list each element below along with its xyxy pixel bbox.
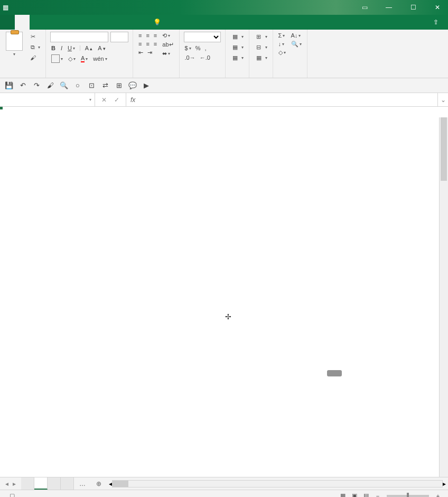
formula-input[interactable] [139,93,437,106]
share-button[interactable]: ⇪ [426,15,448,30]
merge-button[interactable]: ⬌▾ [161,50,174,58]
tab-home[interactable] [15,15,30,30]
align-top-button[interactable]: ≡ [137,32,143,39]
align-bottom-button[interactable]: ≡ [153,32,158,39]
sheet-nav-next-icon[interactable]: ▸ [13,480,16,487]
copy-button[interactable]: ⧉▾ [27,42,41,52]
font-name-combo[interactable] [50,32,108,42]
decrease-decimal-button[interactable]: ←.0 [199,54,211,61]
tab-data[interactable] [59,15,74,30]
autosum-button[interactable]: Σ▾ [277,32,287,39]
format-painter-button[interactable]: 🖌 [27,53,41,62]
view-normal-icon[interactable]: ▦ [337,492,349,497]
confirm-formula-icon[interactable]: ✓ [114,96,119,104]
insert-cells-button[interactable]: ⊞▾ [254,32,268,41]
sheet-tab-4[interactable] [61,477,74,490]
qat-macro-icon[interactable]: ▶ [142,81,151,90]
comma-button[interactable]: , [203,44,207,52]
conditional-format-button[interactable]: ▦▾ [230,32,245,41]
shrink-font-button[interactable]: A▾ [97,44,106,52]
decrease-indent-button[interactable]: ⇤ [137,49,144,57]
increase-decimal-button[interactable]: .0→ [184,54,197,61]
zoom-out-icon[interactable]: − [372,493,384,498]
underline-button[interactable]: U▾ [67,44,76,52]
qat-comment-icon[interactable]: 💬 [128,81,137,90]
orientation-button[interactable]: ⟲▾ [161,32,174,40]
horizontal-scrollbar[interactable]: ◂ ▸ [107,477,448,490]
expand-formula-icon[interactable]: ⌄ [437,93,448,106]
sheet-tab-3[interactable] [48,477,61,490]
sheet-tab-2[interactable] [34,477,48,490]
paste-button[interactable]: ▾ [4,32,24,75]
percent-button[interactable]: % [194,44,202,52]
name-box-input[interactable] [3,96,91,104]
wrap-text-button[interactable]: ab↵ [161,41,174,49]
borders-button[interactable]: ▾ [50,54,64,63]
italic-button[interactable]: I [60,44,63,52]
format-as-table-button[interactable]: ▦▾ [230,42,245,52]
vertical-scrollbar[interactable] [439,117,448,477]
add-sheet-button[interactable]: ⊕ [91,477,107,490]
redo-icon[interactable]: ↷ [32,81,41,90]
group-clipboard-label [4,75,41,76]
align-middle-button[interactable]: ≡ [145,32,150,39]
scroll-right-icon[interactable]: ▸ [443,480,446,487]
view-layout-icon[interactable]: ▣ [349,492,360,497]
align-left-button[interactable]: ≡ [137,40,143,48]
fx-label[interactable]: fx [126,93,139,106]
cut-button[interactable]: ✂ [27,32,41,41]
minimize-icon[interactable]: — [378,0,399,15]
tell-me[interactable]: 💡 [148,15,170,30]
hscroll-thumb[interactable] [113,481,128,487]
maximize-icon[interactable]: ☐ [403,0,424,15]
save-icon[interactable]: 💾 [4,81,14,90]
zoom-slider[interactable] [387,495,429,497]
close-icon[interactable]: ✕ [427,0,448,15]
grow-font-button[interactable]: A▴ [84,44,94,52]
fill-button[interactable]: ↓▾ [277,40,287,48]
zoom-in-icon[interactable]: + [432,493,444,498]
sheet-dots[interactable]: … [74,477,91,490]
bold-button[interactable]: B [50,44,57,52]
sheet-tab-1[interactable] [21,477,34,490]
qat-split-icon[interactable]: ⊞ [114,81,124,90]
name-box[interactable]: ▾ [0,93,95,106]
macro-record-icon[interactable]: ▢ [10,492,15,497]
undo-icon[interactable]: ↶ [18,81,27,90]
sort-filter-button[interactable]: A↓▾ [290,32,303,39]
qat-brush-icon[interactable]: 🖌 [45,81,55,90]
ribbon-display-icon[interactable]: ▭ [354,0,375,15]
qat-sort-icon[interactable]: ⊡ [87,81,96,90]
number-format-combo[interactable] [184,32,221,42]
qat-freeze-icon[interactable]: ⇄ [100,81,110,90]
align-center-button[interactable]: ≡ [145,40,150,48]
view-pagebreak-icon[interactable]: ▤ [360,492,372,497]
align-right-button[interactable]: ≡ [153,40,158,48]
cancel-formula-icon[interactable]: ✕ [101,96,107,104]
tab-insert[interactable] [30,15,44,30]
qat-circle-icon[interactable]: ○ [73,81,82,90]
fill-color-button[interactable]: ◇▾ [67,54,77,63]
tab-review[interactable] [89,15,104,30]
font-size-combo[interactable] [110,32,128,42]
currency-button[interactable]: $▾ [184,44,192,52]
tab-file[interactable] [0,15,15,30]
tab-layout[interactable] [74,15,89,30]
tab-help[interactable] [133,15,148,30]
worksheet[interactable]: ✢ [0,107,448,477]
tab-view[interactable] [104,15,118,30]
tab-dev[interactable] [118,15,133,30]
cell-styles-button[interactable]: ▦▾ [230,53,245,62]
increase-indent-button[interactable]: ⇥ [146,49,153,57]
table-icon: ▦ [231,43,239,51]
delete-cells-button[interactable]: ⊟▾ [254,42,268,52]
phonetic-button[interactable]: wén▾ [92,54,108,63]
qat-zoom-icon[interactable]: 🔍 [59,81,69,90]
tab-formulas[interactable] [44,15,59,30]
scroll-thumb[interactable] [441,117,447,181]
find-select-button[interactable]: 🔍▾ [290,40,303,48]
sheet-nav-prev-icon[interactable]: ◂ [5,480,8,487]
format-cells-button[interactable]: ▦▾ [254,53,268,62]
clear-button[interactable]: ◇▾ [277,49,287,57]
font-color-button[interactable]: A▾ [80,54,89,63]
